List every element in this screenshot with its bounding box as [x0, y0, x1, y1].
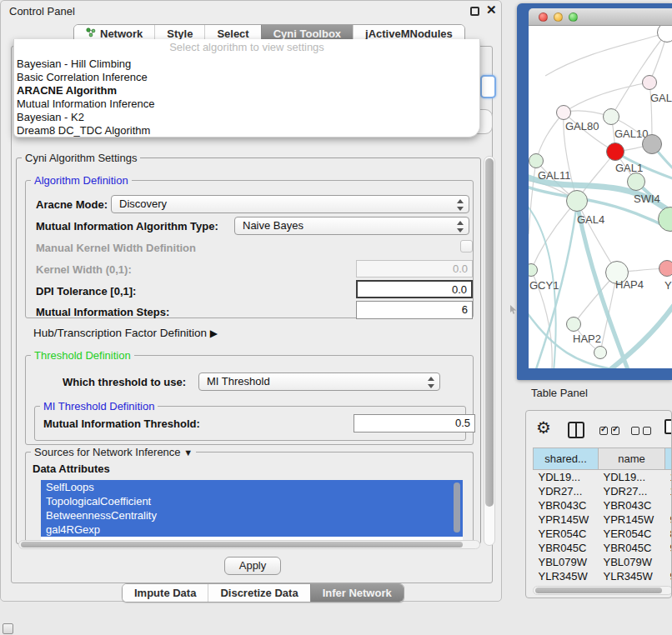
table-cell[interactable]: YBR043C — [534, 498, 599, 512]
table-cell[interactable]: YBR043C — [599, 498, 665, 512]
tab-infer-network[interactable]: Infer Network — [310, 584, 404, 602]
network-view-window: GALGAL80GAL10GAL1GAL11SWI4GAL4GCY1HAP4YH… — [517, 3, 672, 380]
which-threshold-combobox[interactable]: MI Threshold — [198, 372, 440, 391]
table-cell[interactable]: YDR27... — [534, 484, 599, 498]
mi-steps-field[interactable]: 6 — [356, 301, 473, 319]
settings-vertical-scrollbar[interactable] — [484, 156, 495, 546]
table-cell[interactable]: 13 — [665, 470, 672, 484]
network-node[interactable] — [657, 26, 672, 42]
network-node-gal11[interactable] — [529, 153, 544, 168]
close-traffic-light[interactable] — [539, 12, 548, 22]
table-cell[interactable]: YLR345W — [599, 569, 665, 583]
threshold-definition-group: Threshold Definition Which threshold to … — [25, 355, 474, 445]
dropdown-option[interactable]: Bayesian - Hill Climbing — [14, 58, 479, 71]
table-cell[interactable]: YDL19... — [534, 470, 599, 484]
kernel-width-field[interactable]: 0.0 — [356, 260, 473, 278]
split-columns-icon[interactable] — [568, 422, 584, 438]
dropdown-option[interactable]: Basic Correlation Inference — [14, 71, 479, 84]
table-cell[interactable]: YBL079W — [599, 555, 665, 569]
table-cell[interactable]: 12 — [665, 484, 672, 498]
apply-button[interactable]: Apply — [224, 557, 281, 575]
table-cell[interactable]: YLR345W — [534, 569, 599, 583]
column-header-shared-name[interactable]: shared... — [534, 448, 599, 470]
dropdown-option[interactable]: Dream8 DC_TDC Algorithm — [14, 124, 479, 138]
attribute-item[interactable]: gal4RGexp — [41, 522, 463, 537]
scrollbar-thumb[interactable] — [485, 158, 494, 507]
attribute-item[interactable]: BetweennessCentrality — [41, 508, 463, 522]
mi-threshold-definition-group: MI Threshold Definition Mutual Informati… — [34, 406, 466, 441]
scrollbar-thumb[interactable] — [21, 542, 463, 548]
table-cell[interactable]: YBR045C — [534, 541, 599, 555]
zoom-traffic-light[interactable] — [569, 12, 578, 22]
aracne-mode-combobox[interactable]: Discovery — [111, 195, 469, 213]
network-node-y[interactable] — [659, 260, 672, 277]
table-cell[interactable]: YBL079W — [534, 555, 599, 569]
minimize-traffic-light[interactable] — [554, 12, 563, 22]
list-scrollbar-thumb[interactable] — [454, 482, 460, 532]
column-header-cut[interactable] — [665, 448, 672, 470]
dropdown-option[interactable]: Bayesian - K2 — [14, 111, 479, 124]
network-window-titlebar[interactable] — [529, 8, 672, 26]
close-icon[interactable]: ✕ — [486, 2, 497, 18]
network-node-gcy1[interactable] — [529, 263, 538, 277]
table-row[interactable]: YDL19...YDL19...13 — [534, 470, 672, 484]
column-header-name[interactable]: name — [599, 448, 665, 470]
dpi-tolerance-field[interactable]: 0.0 — [356, 280, 473, 298]
table-row[interactable]: YER054CYER054C8. — [534, 527, 672, 541]
gear-icon[interactable]: ⚙ — [536, 418, 551, 437]
table-cell[interactable]: YER054C — [534, 527, 599, 541]
table-cell[interactable]: 9. — [665, 569, 672, 583]
attribute-item[interactable]: TopologicalCoefficient — [41, 494, 463, 508]
table-row[interactable]: YLR345WYLR345W9. — [534, 569, 672, 583]
float-window-icon[interactable] — [470, 7, 479, 16]
table-row[interactable]: YBR043CYBR043C — [534, 498, 672, 512]
table-cell[interactable]: YPR145W — [599, 512, 665, 527]
attribute-item[interactable]: SelfLoops — [41, 480, 463, 494]
network-node-gal80[interactable] — [556, 105, 571, 120]
collapse-down-icon[interactable]: ▼ — [183, 448, 193, 458]
focused-combobox-fragment[interactable] — [480, 75, 496, 98]
mi-threshold-field[interactable]: 0.5 — [354, 414, 475, 432]
manual-kernel-checkbox[interactable] — [460, 240, 473, 252]
table-cell[interactable]: YBR045C — [599, 541, 665, 555]
dropdown-option[interactable]: Mutual Information Inference — [14, 98, 479, 111]
network-node-gal4[interactable] — [566, 190, 588, 212]
table-cell[interactable]: YDR27... — [599, 484, 665, 498]
table-cell[interactable] — [665, 498, 672, 512]
network-node-hap2[interactable] — [566, 317, 581, 332]
table-cell[interactable]: YER054C — [599, 527, 665, 541]
table-row[interactable]: YBL079WYBL079W — [534, 555, 672, 569]
hub-section-label[interactable]: Hub/Transcription Factor Definition ▶ — [33, 327, 218, 339]
table-cell[interactable] — [665, 555, 672, 569]
tab-impute-data[interactable]: Impute Data — [123, 584, 208, 602]
node-label: GAL11 — [538, 169, 571, 182]
table-cell[interactable]: YPR145W — [534, 512, 599, 527]
unselect-all-checkboxes-icon[interactable] — [631, 427, 651, 435]
select-all-checkboxes-icon[interactable] — [599, 427, 619, 435]
table-row[interactable]: YBR045CYBR045C9. — [534, 541, 672, 555]
table-row[interactable]: YDR27...YDR27...12 — [534, 484, 672, 498]
table-row[interactable]: YPR145WYPR145W9. — [534, 512, 672, 527]
expand-right-icon[interactable]: ▶ — [210, 328, 218, 339]
table-cell[interactable]: 9. — [665, 541, 672, 555]
network-node-swi4[interactable] — [627, 172, 645, 191]
scrollbar-thumb[interactable] — [535, 588, 662, 593]
table-cell[interactable]: YDL19... — [599, 470, 665, 484]
network-node[interactable] — [658, 207, 672, 232]
table-mode-icon[interactable] — [664, 419, 672, 434]
table-horizontal-scrollbar[interactable] — [533, 586, 672, 595]
network-node-gal10[interactable] — [603, 108, 619, 125]
network-node[interactable] — [594, 346, 607, 359]
network-node-gal[interactable] — [642, 75, 657, 90]
mi-algorithm-type-combobox[interactable]: Naive Bayes — [234, 217, 469, 235]
network-node[interactable] — [642, 134, 662, 154]
cyni-algorithm-settings-group: Cyni Algorithm Settings Algorithm Defini… — [16, 158, 481, 544]
network-canvas[interactable]: GALGAL80GAL10GAL1GAL11SWI4GAL4GCY1HAP4YH… — [529, 26, 672, 368]
table-cell[interactable]: 9. — [665, 512, 672, 527]
tab-discretize-data[interactable]: Discretize Data — [208, 584, 309, 602]
table-cell[interactable]: 8. — [665, 527, 672, 541]
network-node-gal1[interactable] — [606, 142, 624, 161]
minimized-panel-icon[interactable] — [3, 623, 13, 634]
dropdown-option-highlighted[interactable]: ARACNE Algorithm — [14, 84, 479, 98]
settings-horizontal-scrollbar[interactable] — [18, 540, 480, 549]
